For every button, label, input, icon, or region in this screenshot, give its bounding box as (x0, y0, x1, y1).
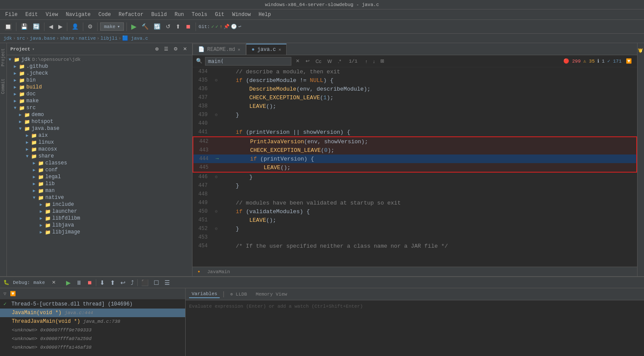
menu-item-refactor[interactable]: Refactor (115, 11, 147, 19)
debug-frame-javamain[interactable]: JavaMain(void *) java.c:444 (0, 309, 185, 317)
tree-item-launcher[interactable]: ▶ 📁 launcher (7, 208, 192, 215)
tree-item-hotspot[interactable]: ▶ 📁 hotspot (7, 118, 192, 125)
debug-step-into-btn[interactable]: ⬆ (108, 278, 117, 287)
readme-close-btn[interactable]: ✕ (238, 47, 240, 52)
javac-close-btn[interactable]: ✕ (278, 47, 281, 52)
project-dropdown-icon[interactable]: ▾ (32, 47, 35, 52)
debug-close-btn[interactable]: ✕ (50, 279, 57, 286)
tree-item-javabase[interactable]: ▼ 📁 java.base (7, 125, 192, 132)
filter-btn[interactable]: 🔽 (624, 57, 634, 65)
debug-frames-btn[interactable]: ☰ (163, 278, 172, 287)
debug-frame-unknown2[interactable]: <unknown> 0x00007fffa07a259d (0, 334, 185, 343)
lldb-tab[interactable]: ⊕ LLDB (227, 291, 249, 298)
tree-item-man[interactable]: ▶ 📁 man (7, 187, 192, 194)
tree-item-github[interactable]: ▶ 📁 .github (7, 63, 192, 70)
tree-item-src[interactable]: ▼ 📁 src (7, 104, 192, 111)
breadcrumb-share[interactable]: share (60, 36, 74, 41)
toolbar-logo-btn[interactable]: 🔲 (3, 22, 13, 31)
tree-item-libfdlibm[interactable]: ▶ 📁 libfdlibm (7, 215, 192, 222)
debug-frame-threadjavamain[interactable]: ThreadJavaMain(void *) java_md.c:738 (0, 317, 185, 326)
menu-item-file[interactable]: File (2, 11, 21, 19)
tree-item-aix[interactable]: ▶ 📁 aix (7, 132, 192, 139)
project-tab-label[interactable]: Project (0, 47, 6, 68)
search-regex-btn[interactable]: .* (336, 58, 343, 65)
breadcrumb-javac[interactable]: 🟦 java.c (122, 35, 148, 41)
menu-item-tools[interactable]: Tools (188, 11, 211, 19)
toolbar-forward-btn[interactable]: ▶ (57, 22, 64, 31)
debug-frame-unknown3[interactable]: <unknown> 0x00007fffa146af38 (0, 343, 185, 352)
search-history-btn[interactable]: ↩ (304, 57, 311, 65)
make-dropdown[interactable]: make ▾ (100, 22, 124, 31)
tree-item-macosx[interactable]: ▶ 📁 macosx (7, 146, 192, 153)
tree-item-linux[interactable]: ▶ 📁 linux (7, 139, 192, 146)
debug-pause-btn[interactable]: ⏸ (74, 278, 84, 287)
breadcrumb-libjli[interactable]: libjli (101, 36, 118, 41)
locate-file-btn[interactable]: ⊕ (153, 45, 161, 53)
breadcrumb-src[interactable]: src (16, 36, 25, 41)
close-project-panel-btn[interactable]: ✕ (181, 45, 189, 53)
project-settings-btn[interactable]: ⚙ (172, 45, 180, 53)
tree-item-libjava[interactable]: ▶ 📁 libjava (7, 222, 192, 229)
tree-item-jcheck[interactable]: ▶ 📁 .jcheck (7, 70, 192, 77)
reload-btn[interactable]: ↺ (164, 22, 172, 31)
collapse-all-btn[interactable]: ☰ (162, 45, 170, 53)
thread-filter-btn[interactable]: 🔽 (8, 290, 18, 297)
debug-breakpoints-btn[interactable]: ☐ (152, 278, 161, 287)
code-editor[interactable]: 434 // describe a module, then exit 435 … (193, 67, 637, 267)
search-word-btn[interactable]: W (325, 58, 333, 65)
tree-item-bin[interactable]: ▶ 📁 bin (7, 77, 192, 84)
toolbar-save-btn[interactable]: 💾 (19, 22, 29, 31)
tree-item-make[interactable]: ▶ 📁 make (7, 98, 192, 104)
search-case-btn[interactable]: Cc (314, 58, 323, 65)
tree-item-libjimage[interactable]: ▶ 📁 libjimage (7, 229, 192, 236)
tab-readme[interactable]: 📄 README.md ✕ (193, 44, 246, 55)
debug-run-to-cursor-btn[interactable]: ⤴ (129, 278, 136, 287)
tree-item-lib[interactable]: ▶ 📁 lib (7, 180, 192, 187)
toolbar-settings-btn[interactable]: ⚙ (86, 22, 95, 31)
breadcrumb-javabase[interactable]: java.base (30, 36, 55, 41)
debug-resume-btn[interactable]: ▶ (64, 278, 73, 287)
search-clear-btn[interactable]: ✕ (294, 57, 301, 65)
tree-item-doc[interactable]: ▶ 📁 doc (7, 91, 192, 98)
tab-javac[interactable]: ● java.c ✕ (246, 44, 287, 55)
search-all-btn[interactable]: ⊞ (379, 57, 386, 65)
tree-item-demo[interactable]: ▶ 📁 demo (7, 111, 192, 118)
commit-tab-label[interactable]: Commit (0, 77, 6, 96)
search-input[interactable] (205, 57, 291, 66)
extra-btn[interactable]: ⬆ (174, 22, 182, 31)
breadcrumb-jdk[interactable]: jdk (3, 36, 12, 41)
toolbar-back-btn[interactable]: ◀ (47, 22, 55, 31)
run-btn[interactable]: ▶ (129, 22, 138, 32)
tree-item-classes[interactable]: ▶ 📁 classes (7, 160, 192, 167)
tree-item-build[interactable]: ▶ 📁 build (7, 84, 192, 91)
build-btn[interactable]: 🔨 (140, 22, 150, 31)
debug-stop-btn[interactable]: ⏹ (85, 279, 94, 287)
tree-item-native[interactable]: ▼ 📁 native (7, 194, 192, 201)
debug-toggle-breakpoint-btn[interactable]: ⬛ (139, 278, 150, 287)
debug-thread-item[interactable]: ✓ Thread-5-[ucrtbase.dll thread] (104696… (0, 299, 185, 309)
menu-item-run[interactable]: Run (171, 11, 187, 19)
search-prev-btn[interactable]: ↑ (363, 57, 369, 65)
tree-item-conf[interactable]: ▶ 📁 conf (7, 167, 192, 173)
notifications-label[interactable]: 🔔 (638, 47, 644, 55)
tree-item-share[interactable]: ▼ 📁 share (7, 153, 192, 160)
menu-item-edit[interactable]: Edit (22, 11, 41, 19)
menu-item-build[interactable]: Build (148, 11, 170, 19)
breadcrumb-native[interactable]: native (79, 36, 96, 41)
tree-item-include[interactable]: ▶ 📁 include (7, 201, 192, 208)
debug-step-out-btn[interactable]: ↩ (119, 278, 127, 287)
rebuild-btn[interactable]: 🔃 (152, 22, 162, 31)
variables-tab[interactable]: Variables (189, 290, 220, 298)
tree-item-legal[interactable]: ▶ 📁 legal (7, 173, 192, 180)
menu-item-git[interactable]: Git (212, 11, 228, 19)
debug-frame-unknown1[interactable]: <unknown> 0x00007fff9e709333 (0, 326, 185, 334)
menu-item-code[interactable]: Code (95, 11, 114, 19)
toolbar-sync-btn[interactable]: 🔄 (31, 22, 41, 31)
menu-item-window[interactable]: Window (229, 11, 254, 19)
stop-btn[interactable]: ⏹ (184, 22, 193, 31)
menu-item-view[interactable]: View (42, 11, 62, 19)
search-next-btn[interactable]: ↓ (371, 57, 377, 65)
debug-step-over-btn[interactable]: ⬇ (98, 278, 107, 287)
menu-item-help[interactable]: Help (255, 11, 275, 19)
memory-view-tab[interactable]: Memory View (253, 291, 290, 298)
